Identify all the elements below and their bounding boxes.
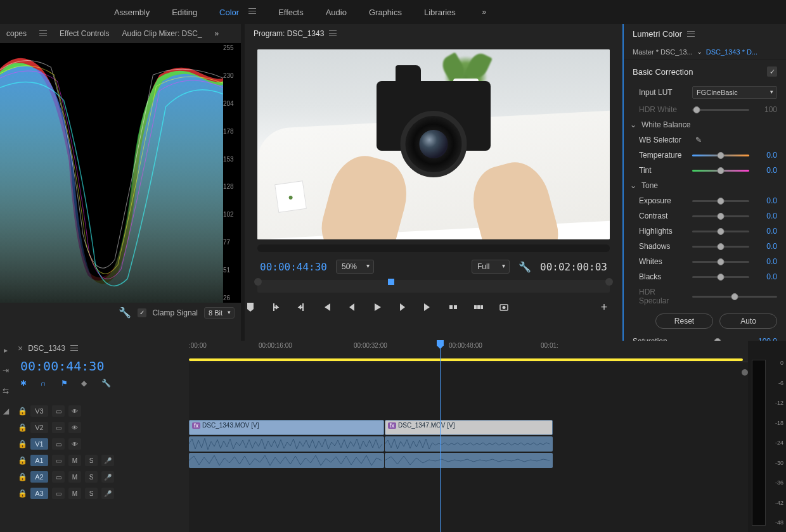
close-tab-icon[interactable]: × (18, 343, 23, 353)
ws-more-icon[interactable]: » (478, 6, 491, 18)
step-back-icon[interactable] (346, 301, 358, 313)
track-select-icon[interactable]: ⇥ (3, 366, 9, 375)
scrub-bar[interactable] (257, 244, 610, 252)
auto-button[interactable]: Auto (719, 314, 777, 329)
timeline-canvas[interactable]: :00:00 00:00:16:00 00:00:32:00 00:00:48:… (189, 341, 748, 532)
source-patch-icon[interactable]: ▭ (52, 438, 65, 450)
audio-clip[interactable] (385, 436, 553, 452)
lumetri-menu-icon[interactable] (687, 31, 695, 37)
scopes-menu-icon[interactable] (39, 30, 47, 37)
input-lut-select[interactable]: FGCineBasic (692, 86, 777, 99)
program-settings-icon[interactable]: 🔧 (519, 261, 531, 273)
snap-icon[interactable]: ∩ (41, 379, 52, 389)
contrast-slider[interactable] (692, 215, 749, 217)
lumetri-header[interactable]: Lumetri Color (624, 24, 786, 44)
linked-selection-icon[interactable]: ⚑ (61, 379, 72, 389)
mute-icon[interactable]: M (68, 471, 81, 483)
blacks-slider[interactable] (692, 276, 749, 278)
ws-tab-effects[interactable]: Effects (278, 8, 304, 17)
video-clip[interactable]: fxDSC_1347.MOV [V] (385, 420, 553, 435)
chevron-down-icon[interactable]: ⌄ (697, 48, 702, 56)
export-frame-icon[interactable] (498, 301, 510, 313)
source-patch-icon[interactable]: ▭ (52, 488, 65, 499)
ws-tab-libraries[interactable]: Libraries (424, 8, 456, 17)
timeline-menu-icon[interactable] (70, 345, 78, 352)
eyedropper-icon[interactable]: ✎ (692, 136, 705, 144)
razor-tool-icon[interactable]: ◢ (3, 407, 9, 415)
basic-correction-toggle[interactable]: ✓ (767, 66, 777, 77)
mark-in-icon[interactable] (270, 301, 281, 313)
eye-icon[interactable]: 👁 (68, 405, 81, 417)
step-forward-icon[interactable] (397, 301, 408, 313)
tint-slider[interactable] (692, 170, 749, 172)
extract-icon[interactable] (473, 301, 484, 313)
add-button-icon[interactable]: + (598, 301, 610, 313)
scope-settings-icon[interactable]: 🔧 (119, 307, 131, 319)
mini-handle-right[interactable] (605, 278, 613, 286)
highlights-slider[interactable] (692, 231, 749, 232)
time-ruler[interactable]: :00:00 00:00:16:00 00:00:32:00 00:00:48:… (189, 341, 748, 362)
track-name-a2[interactable]: A2 (30, 471, 48, 483)
track-a2[interactable] (189, 452, 748, 469)
whites-slider[interactable] (692, 261, 749, 263)
eye-icon[interactable]: 👁 (68, 422, 81, 433)
tab-scopes[interactable]: copes (6, 29, 27, 38)
temperature-value[interactable]: 0.0 (754, 151, 777, 160)
track-name-a3[interactable]: A3 (30, 488, 48, 499)
source-patch-icon[interactable]: ▭ (52, 471, 65, 483)
solo-icon[interactable]: S (85, 455, 98, 466)
mark-out-icon[interactable] (295, 301, 307, 313)
lock-icon[interactable]: 🔒 (18, 440, 27, 448)
source-patch-icon[interactable]: ▭ (52, 455, 65, 466)
track-name-v2[interactable]: V2 (30, 422, 48, 433)
source-patch-icon[interactable]: ▭ (52, 405, 65, 417)
lock-icon[interactable]: 🔒 (18, 423, 27, 432)
ws-tab-editing[interactable]: Editing (172, 8, 197, 17)
work-area-bar[interactable] (189, 358, 743, 361)
mini-playhead[interactable] (388, 279, 394, 285)
track-name-v3[interactable]: V3 (30, 405, 48, 417)
play-icon[interactable] (371, 301, 383, 313)
timeline-settings-icon[interactable]: 🔧 (101, 379, 113, 389)
ws-menu-icon[interactable] (248, 8, 256, 16)
lock-icon[interactable]: 🔒 (18, 472, 27, 481)
go-to-in-icon[interactable] (321, 301, 332, 313)
mini-handle-left[interactable] (254, 278, 262, 286)
ws-tab-assembly[interactable]: Assembly (114, 8, 150, 17)
solo-icon[interactable]: S (85, 471, 98, 483)
track-name-a1[interactable]: A1 (30, 455, 48, 466)
insert-tool-icon[interactable]: ✱ (20, 379, 32, 389)
video-clip[interactable]: fxDSC_1343.MOV [V] (189, 420, 384, 435)
track-a3[interactable] (189, 469, 748, 485)
lock-icon[interactable]: 🔒 (18, 456, 27, 465)
audio-clip[interactable] (385, 453, 553, 468)
eye-icon[interactable]: 👁 (68, 438, 81, 450)
exposure-value[interactable]: 0.0 (754, 196, 777, 205)
timeline-timecode[interactable]: 00:00:44:30 (11, 356, 189, 376)
voice-over-icon[interactable]: 🎤 (101, 488, 114, 499)
program-viewer[interactable] (257, 49, 610, 239)
crumb-master[interactable]: Master * DSC_13... (633, 48, 693, 56)
program-tab[interactable]: Program: DSC_1343 (245, 24, 622, 43)
lift-icon[interactable] (448, 301, 459, 313)
track-name-v1[interactable]: V1 (30, 438, 48, 450)
white-balance-header[interactable]: ⌄ White Balance (624, 117, 786, 132)
timeline-tab-name[interactable]: DSC_1343 (28, 344, 65, 353)
exposure-slider[interactable] (692, 200, 749, 202)
audio-clip[interactable] (189, 453, 384, 468)
ripple-tool-icon[interactable]: ⇆ (3, 386, 9, 395)
reset-button[interactable]: Reset (655, 314, 713, 329)
mini-timeline[interactable] (257, 280, 610, 293)
ws-tab-color[interactable]: Color (219, 8, 239, 17)
program-menu-icon[interactable] (329, 30, 337, 37)
crumb-clip[interactable]: DSC_1343 * D... (706, 48, 757, 56)
blacks-value[interactable]: 0.0 (754, 272, 777, 281)
voice-over-icon[interactable]: 🎤 (101, 471, 114, 483)
current-timecode[interactable]: 00:00:44:30 (260, 261, 327, 273)
audio-clip[interactable] (189, 436, 384, 452)
ws-tab-audio[interactable]: Audio (326, 8, 347, 17)
temperature-slider[interactable] (692, 155, 749, 156)
mute-icon[interactable]: M (68, 455, 81, 466)
bit-depth-select[interactable]: 8 Bit (204, 307, 235, 319)
shadows-slider[interactable] (692, 246, 749, 248)
